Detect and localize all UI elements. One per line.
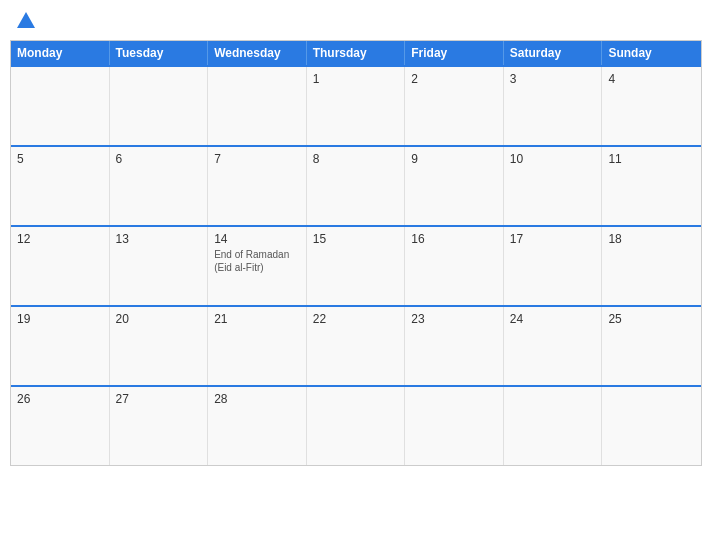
day-number: 15	[313, 232, 399, 246]
day-cell-21: 21	[208, 307, 307, 385]
day-number: 6	[116, 152, 202, 166]
day-number: 16	[411, 232, 497, 246]
weekday-header-thursday: Thursday	[307, 41, 406, 65]
day-number: 12	[17, 232, 103, 246]
week-row-0: 1234	[11, 65, 701, 145]
day-cell-14: 14End of Ramadan (Eid al-Fitr)	[208, 227, 307, 305]
svg-marker-0	[17, 12, 35, 28]
calendar-body: 1234567891011121314End of Ramadan (Eid a…	[11, 65, 701, 465]
day-number: 19	[17, 312, 103, 326]
day-cell-5: 5	[11, 147, 110, 225]
day-cell-1: 1	[307, 67, 406, 145]
day-number: 28	[214, 392, 300, 406]
day-number: 26	[17, 392, 103, 406]
empty-cell	[208, 67, 307, 145]
day-number: 8	[313, 152, 399, 166]
week-row-3: 19202122232425	[11, 305, 701, 385]
weekday-header-sunday: Sunday	[602, 41, 701, 65]
day-cell-6: 6	[110, 147, 209, 225]
day-cell-17: 17	[504, 227, 603, 305]
week-row-2: 121314End of Ramadan (Eid al-Fitr)151617…	[11, 225, 701, 305]
day-cell-23: 23	[405, 307, 504, 385]
empty-cell	[11, 67, 110, 145]
day-number: 14	[214, 232, 300, 246]
day-number: 7	[214, 152, 300, 166]
day-cell-20: 20	[110, 307, 209, 385]
day-number: 1	[313, 72, 399, 86]
day-number: 21	[214, 312, 300, 326]
day-cell-28: 28	[208, 387, 307, 465]
weekday-header-tuesday: Tuesday	[110, 41, 209, 65]
weekday-header-saturday: Saturday	[504, 41, 603, 65]
day-number: 11	[608, 152, 695, 166]
day-number: 18	[608, 232, 695, 246]
day-number: 13	[116, 232, 202, 246]
day-cell-8: 8	[307, 147, 406, 225]
day-cell-10: 10	[504, 147, 603, 225]
day-cell-11: 11	[602, 147, 701, 225]
logo	[14, 10, 37, 32]
empty-cell	[405, 387, 504, 465]
day-number: 20	[116, 312, 202, 326]
day-cell-7: 7	[208, 147, 307, 225]
day-cell-18: 18	[602, 227, 701, 305]
week-row-4: 262728	[11, 385, 701, 465]
day-number: 3	[510, 72, 596, 86]
week-row-1: 567891011	[11, 145, 701, 225]
day-cell-3: 3	[504, 67, 603, 145]
day-cell-27: 27	[110, 387, 209, 465]
empty-cell	[110, 67, 209, 145]
empty-cell	[504, 387, 603, 465]
day-cell-13: 13	[110, 227, 209, 305]
day-number: 23	[411, 312, 497, 326]
weekday-header-wednesday: Wednesday	[208, 41, 307, 65]
day-number: 4	[608, 72, 695, 86]
day-number: 10	[510, 152, 596, 166]
day-cell-19: 19	[11, 307, 110, 385]
logo-icon	[15, 10, 37, 32]
day-cell-15: 15	[307, 227, 406, 305]
weekday-header-monday: Monday	[11, 41, 110, 65]
day-cell-25: 25	[602, 307, 701, 385]
calendar-page: MondayTuesdayWednesdayThursdayFridaySatu…	[0, 0, 712, 550]
calendar-grid: MondayTuesdayWednesdayThursdayFridaySatu…	[10, 40, 702, 466]
day-number: 25	[608, 312, 695, 326]
empty-cell	[307, 387, 406, 465]
day-number: 17	[510, 232, 596, 246]
day-cell-26: 26	[11, 387, 110, 465]
day-number: 27	[116, 392, 202, 406]
weekday-header-friday: Friday	[405, 41, 504, 65]
calendar-header	[10, 10, 702, 32]
day-cell-9: 9	[405, 147, 504, 225]
day-number: 2	[411, 72, 497, 86]
day-event: End of Ramadan (Eid al-Fitr)	[214, 248, 300, 274]
day-number: 24	[510, 312, 596, 326]
day-number: 5	[17, 152, 103, 166]
weekday-header-row: MondayTuesdayWednesdayThursdayFridaySatu…	[11, 41, 701, 65]
day-cell-24: 24	[504, 307, 603, 385]
day-cell-4: 4	[602, 67, 701, 145]
day-number: 9	[411, 152, 497, 166]
day-number: 22	[313, 312, 399, 326]
day-cell-12: 12	[11, 227, 110, 305]
empty-cell	[602, 387, 701, 465]
day-cell-2: 2	[405, 67, 504, 145]
day-cell-16: 16	[405, 227, 504, 305]
day-cell-22: 22	[307, 307, 406, 385]
